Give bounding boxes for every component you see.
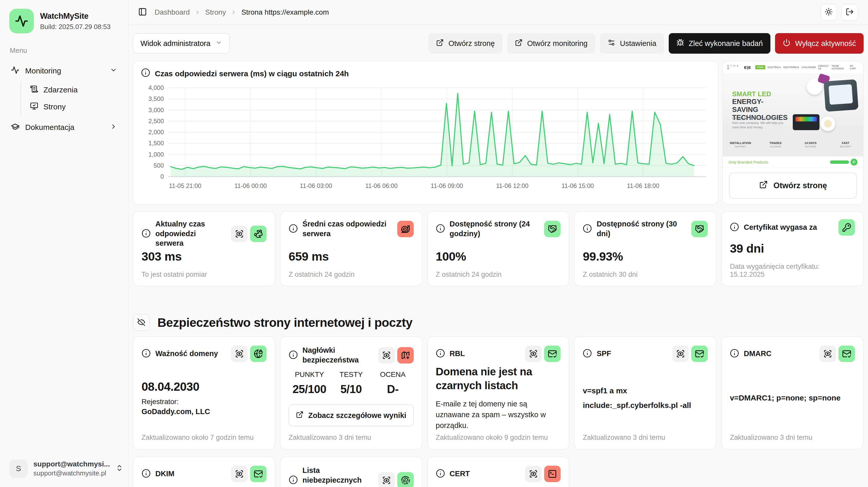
info-icon[interactable] (436, 224, 445, 234)
preview-nav-item: ELECTRONICS (783, 66, 799, 69)
stat-card-uptime-30d: Dostępność strony (30 dni) 99.93% Z osta… (574, 211, 716, 286)
settings-button[interactable]: Ustawienia (600, 33, 664, 54)
stat-footer: Z ostatnich 30 dni (583, 270, 708, 279)
metric-value: 25/100 (289, 383, 330, 396)
stat-value: 39 dni (730, 241, 855, 255)
scan-eye-button[interactable] (378, 472, 395, 487)
key-icon (838, 219, 855, 236)
see-detailed-results-button[interactable]: Zobacz szczegółowe wyniki (289, 404, 414, 426)
scan-eye-button[interactable] (819, 346, 836, 362)
svg-text:1,500: 1,500 (149, 140, 164, 147)
preview-product-image (820, 116, 835, 131)
card-title: DMARC (744, 349, 815, 359)
scan-eye-button[interactable] (672, 346, 689, 362)
chevron-right-icon (110, 123, 117, 132)
info-icon[interactable] (730, 349, 739, 359)
metric-label: TESTY (330, 370, 372, 379)
user-account-menu[interactable]: S support@watchmysi... support@watchmysi… (0, 459, 128, 478)
info-icon[interactable] (289, 475, 298, 485)
scroll-icon (30, 85, 38, 95)
stat-footer: Z ostatnich 24 godzin (436, 270, 561, 279)
sidebar-item-label: Dokumentacja (25, 123, 104, 132)
scan-eye-button[interactable] (231, 226, 248, 242)
preview-nav-item: CONTACT US (818, 65, 829, 70)
card-footer: Zaktualizowano 3 dni temu (289, 433, 414, 442)
svg-text:4,000: 4,000 (149, 84, 164, 91)
stat-value: 303 ms (142, 249, 267, 263)
sidebar-item-label: Strony (43, 102, 66, 111)
sliders-icon (608, 39, 615, 48)
open-site-preview-label: Otwórz stronę (774, 181, 827, 190)
preview-nav-item: ELECTRICAL (768, 66, 781, 69)
chart-title: Czas odpowiedzi serwera (ms) w ciągu ost… (155, 69, 349, 78)
handshake-icon (544, 221, 561, 237)
scan-eye-button[interactable] (378, 347, 395, 363)
spf-record-value: v=spf1 a mx include:_spf.cyberfolks.pl -… (583, 383, 708, 413)
external-link-icon (515, 39, 523, 48)
chevron-right-icon (194, 9, 200, 15)
view-mode-select[interactable]: Widok administratora (133, 33, 230, 54)
view-mode-value: Widok administratora (141, 39, 210, 48)
registrar-name: GoDaddy.com, LLC (142, 408, 267, 416)
preview-cart-label: MY CART (850, 65, 859, 70)
run-tests-button[interactable]: Zleć wykonanie badań (669, 33, 771, 54)
stat-footer: To jest ostatni pomiar (142, 270, 267, 279)
scan-eye-button[interactable] (525, 466, 541, 482)
info-icon[interactable] (730, 222, 739, 233)
theme-toggle-button[interactable] (820, 4, 837, 21)
scan-eye-button[interactable] (231, 346, 248, 362)
breadcrumb: Dashboard Strony Strona https://example.… (155, 8, 329, 17)
security-card-headers: Nagłówki bezpieczeństwa PUNKTY 25/100 TE… (280, 336, 423, 450)
metric-label: OCENA (372, 370, 413, 379)
logout-button[interactable] (841, 4, 858, 21)
preview-feature-sub: SUPPORT (735, 145, 746, 148)
card-footer: Zaktualizowano 3 dni temu (730, 433, 855, 442)
preview-hero-title: SMART LED (732, 90, 771, 98)
rbl-status-description: E-maile z tej domeny nie są uznawane za … (436, 398, 561, 431)
chevron-down-icon (215, 39, 222, 48)
preview-feature-title: INSTALLATION (730, 141, 751, 144)
info-icon[interactable] (142, 229, 151, 239)
info-icon[interactable] (289, 224, 298, 234)
sidebar-toggle-button[interactable] (138, 7, 147, 17)
breadcrumb-dashboard[interactable]: Dashboard (155, 8, 190, 17)
card-title: Ważność domeny (155, 349, 226, 359)
breadcrumb-strony[interactable]: Strony (205, 8, 226, 17)
sidebar-item-monitoring[interactable]: Monitoring (7, 61, 121, 80)
domain-expiry-date: 08.04.2030 (142, 380, 267, 394)
info-icon[interactable] (142, 469, 151, 479)
info-icon[interactable] (583, 224, 592, 234)
hide-section-button[interactable] (133, 314, 150, 331)
info-icon[interactable] (142, 349, 151, 359)
info-icon[interactable] (436, 349, 445, 359)
scan-eye-button[interactable] (525, 346, 541, 362)
sidebar-item-zdarzenia[interactable]: Zdarzenia (21, 82, 121, 98)
menu-section-label: Menu (10, 47, 118, 55)
metric-label: PUNKTY (289, 370, 330, 379)
sidebar-item-strony[interactable]: Strony (21, 98, 121, 115)
info-icon[interactable] (583, 349, 592, 359)
info-icon[interactable] (436, 469, 445, 479)
stat-value: 659 ms (289, 249, 414, 263)
scan-eye-button[interactable] (231, 466, 248, 482)
avatar: S (9, 459, 28, 478)
app-root: WatchMySite Build: 2025.07.29 08:53 Menu… (0, 0, 868, 487)
terminal-icon (544, 466, 561, 482)
open-site-preview-button[interactable]: Otwórz stronę (729, 172, 857, 199)
svg-text:11-05 21:00: 11-05 21:00 (169, 182, 202, 189)
preview-nav-item: TRADE ACCOUNTS (832, 65, 847, 70)
stat-title: Dostępność strony (24 godziny) (450, 219, 540, 238)
open-site-button[interactable]: Otwórz stronę (428, 33, 502, 54)
svg-text:11-06 00:00: 11-06 00:00 (235, 182, 267, 189)
info-icon[interactable] (141, 68, 150, 79)
run-tests-label: Zleć wykonanie badań (689, 39, 763, 48)
site-preview-thumbnail: ◎ f in ♦ ⓟ E|E HOME ELECTRICAL ELECTRONI… (723, 61, 863, 168)
user-email: support@watchmysite.pl (33, 469, 110, 477)
svg-text:3,500: 3,500 (149, 95, 164, 102)
settings-label: Ustawienia (620, 39, 656, 48)
sidebar-item-dokumentacja[interactable]: Dokumentacja (7, 118, 121, 137)
info-icon[interactable] (289, 350, 298, 360)
mail-check-icon (250, 466, 267, 482)
disable-activity-button[interactable]: Wyłącz aktywność (775, 33, 864, 54)
open-monitoring-button[interactable]: Otwórz monitoring (507, 33, 595, 54)
